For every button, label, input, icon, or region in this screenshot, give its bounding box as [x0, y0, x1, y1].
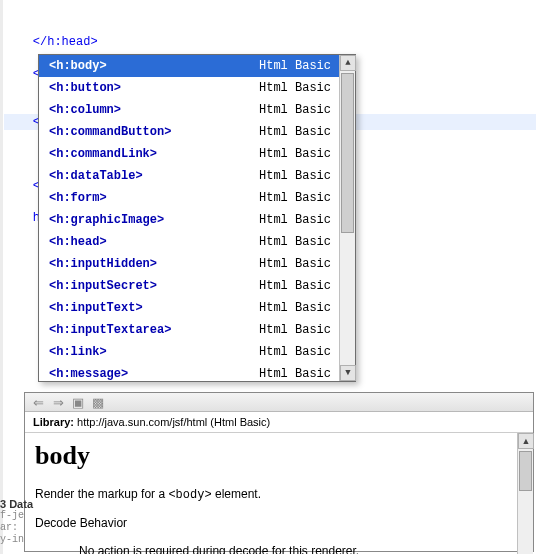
- autocomplete-item-category: Html Basic: [259, 365, 331, 381]
- autocomplete-list[interactable]: <h:body>Html Basic<h:button>Html Basic<h…: [39, 55, 339, 381]
- autocomplete-item-category: Html Basic: [259, 255, 331, 273]
- autocomplete-item-category: Html Basic: [259, 211, 331, 229]
- autocomplete-item-category: Html Basic: [259, 101, 331, 119]
- autocomplete-item[interactable]: <h:inputSecret>Html Basic: [39, 275, 339, 297]
- autocomplete-item[interactable]: <h:body>Html Basic: [39, 55, 339, 77]
- autocomplete-item[interactable]: <h:graphicImage>Html Basic: [39, 209, 339, 231]
- doc-text: element.: [212, 487, 261, 501]
- toolbar-button-2[interactable]: ▩: [89, 393, 107, 411]
- scroll-thumb[interactable]: [341, 73, 354, 233]
- library-label: Library:: [33, 416, 74, 428]
- doc-title: body: [35, 441, 507, 471]
- autocomplete-item-name: <h:commandButton>: [49, 123, 171, 141]
- indent: [4, 115, 33, 129]
- doc-scrollbar[interactable]: ▲ ▼: [517, 433, 533, 554]
- autocomplete-item-name: <h:head>: [49, 233, 107, 251]
- autocomplete-item-name: <h:column>: [49, 101, 121, 119]
- autocomplete-item-name: <h:body>: [49, 57, 107, 75]
- autocomplete-item-name: <h:dataTable>: [49, 167, 143, 185]
- documentation-panel: ⇐ ⇒ ▣ ▩ Library: http://java.sun.com/jsf…: [24, 392, 534, 552]
- gutter-fragment: f-je ar: y-inc: [0, 510, 24, 546]
- autocomplete-item-category: Html Basic: [259, 123, 331, 141]
- toolbar-button-1[interactable]: ▣: [69, 393, 87, 411]
- scroll-up-icon[interactable]: ▲: [518, 433, 534, 449]
- autocomplete-item-category: Html Basic: [259, 167, 331, 185]
- autocomplete-item-category: Html Basic: [259, 189, 331, 207]
- code-line: </h:head>: [33, 35, 98, 49]
- autocomplete-item[interactable]: <h:dataTable>Html Basic: [39, 165, 339, 187]
- autocomplete-item-name: <h:graphicImage>: [49, 211, 164, 229]
- autocomplete-item[interactable]: <h:inputTextarea>Html Basic: [39, 319, 339, 341]
- autocomplete-item[interactable]: <h:button>Html Basic: [39, 77, 339, 99]
- library-value: http://java.sun.com/jsf/html (Html Basic…: [77, 416, 270, 428]
- forward-button[interactable]: ⇒: [49, 393, 67, 411]
- arrow-right-icon: ⇒: [53, 395, 64, 410]
- doc-paragraph: No action is required during decode for …: [35, 544, 507, 554]
- autocomplete-popup: <h:body>Html Basic<h:button>Html Basic<h…: [38, 54, 356, 382]
- autocomplete-item-category: Html Basic: [259, 343, 331, 361]
- doc-paragraph: Render the markup for a <body> element.: [35, 487, 507, 502]
- autocomplete-item-name: <h:inputHidden>: [49, 255, 157, 273]
- doc-library-line: Library: http://java.sun.com/jsf/html (H…: [25, 412, 533, 433]
- doc-text: Render the markup for a: [35, 487, 168, 501]
- autocomplete-item-name: <h:message>: [49, 365, 128, 381]
- autocomplete-item-category: Html Basic: [259, 299, 331, 317]
- autocomplete-item-name: <h:button>: [49, 79, 121, 97]
- autocomplete-item[interactable]: <h:link>Html Basic: [39, 341, 339, 363]
- autocomplete-item[interactable]: <h:commandButton>Html Basic: [39, 121, 339, 143]
- scroll-up-icon[interactable]: ▲: [340, 55, 356, 71]
- arrow-left-icon: ⇐: [33, 395, 44, 410]
- back-button[interactable]: ⇐: [29, 393, 47, 411]
- doc-toolbar: ⇐ ⇒ ▣ ▩: [25, 393, 533, 412]
- autocomplete-item-name: <h:inputSecret>: [49, 277, 157, 295]
- autocomplete-item-category: Html Basic: [259, 277, 331, 295]
- autocomplete-item-name: <h:commandLink>: [49, 145, 157, 163]
- autocomplete-item-category: Html Basic: [259, 145, 331, 163]
- editor-gutter: [0, 0, 3, 554]
- doc-body: body Render the markup for a <body> elem…: [25, 433, 517, 554]
- scroll-thumb[interactable]: [519, 451, 532, 491]
- panel-icon: ▩: [92, 395, 104, 410]
- autocomplete-scrollbar[interactable]: ▲ ▼: [339, 55, 355, 381]
- doc-subheading: Decode Behavior: [35, 516, 507, 530]
- autocomplete-item-name: <h:inputText>: [49, 299, 143, 317]
- autocomplete-item-category: Html Basic: [259, 57, 331, 75]
- autocomplete-item-category: Html Basic: [259, 321, 331, 339]
- autocomplete-item[interactable]: <h:commandLink>Html Basic: [39, 143, 339, 165]
- autocomplete-item[interactable]: <h:inputHidden>Html Basic: [39, 253, 339, 275]
- doc-code: <body>: [168, 488, 211, 502]
- autocomplete-item-name: <h:form>: [49, 189, 107, 207]
- autocomplete-item[interactable]: <h:form>Html Basic: [39, 187, 339, 209]
- autocomplete-item[interactable]: <h:column>Html Basic: [39, 99, 339, 121]
- autocomplete-item[interactable]: <h:message>Html Basic: [39, 363, 339, 381]
- panel-icon: ▣: [72, 395, 84, 410]
- autocomplete-item-category: Html Basic: [259, 233, 331, 251]
- autocomplete-item[interactable]: <h:inputText>Html Basic: [39, 297, 339, 319]
- autocomplete-item-name: <h:link>: [49, 343, 107, 361]
- autocomplete-item-name: <h:inputTextarea>: [49, 321, 171, 339]
- autocomplete-item-category: Html Basic: [259, 79, 331, 97]
- side-tab-label[interactable]: 3 Data: [0, 498, 33, 510]
- scroll-down-icon[interactable]: ▼: [340, 365, 356, 381]
- autocomplete-item[interactable]: <h:head>Html Basic: [39, 231, 339, 253]
